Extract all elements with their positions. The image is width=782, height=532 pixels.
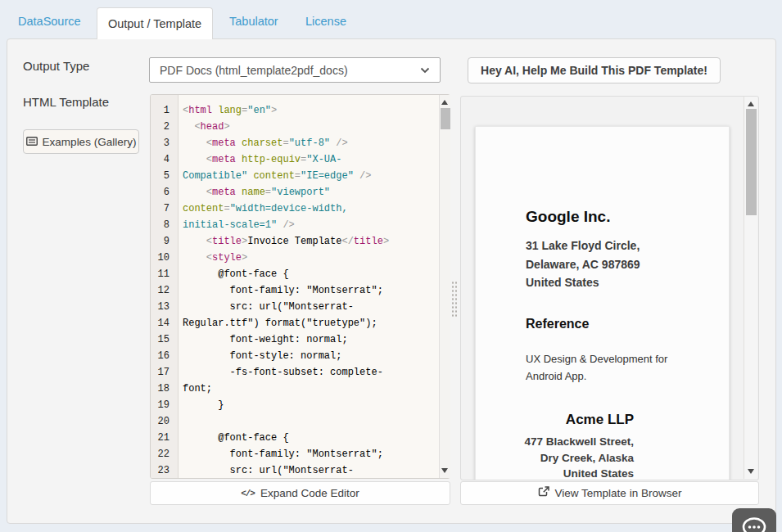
line-number: 6 xyxy=(151,184,178,201)
output-type-label: Output Type xyxy=(23,59,89,73)
code-line: src: url("Montserrat- xyxy=(183,299,436,315)
code-line: font-weight: normal; xyxy=(183,331,436,348)
examples-gallery-label: Examples (Gallery) xyxy=(43,136,137,148)
company-address-line: Delaware, AC 987869 xyxy=(526,255,640,274)
code-line: @font-face { xyxy=(183,266,436,282)
code-line: font-family: "Montserrat"; xyxy=(183,282,436,299)
preview-scrollbar-thumb[interactable] xyxy=(746,109,757,215)
code-line: <html lang="en"> xyxy=(183,102,436,119)
view-template-in-browser-button[interactable]: View Template in Browser xyxy=(460,481,759,505)
line-number: 2 xyxy=(151,119,178,135)
line-number: 18 xyxy=(151,381,178,397)
output-type-select[interactable]: PDF Docs (html_template2pdf_docs) xyxy=(149,57,441,83)
panel-resize-handle[interactable] xyxy=(451,281,458,318)
line-number: 23 xyxy=(151,462,178,479)
code-line: <style> xyxy=(183,250,436,266)
line-number: 10 xyxy=(151,250,178,266)
line-number: 14 xyxy=(151,315,178,331)
tab-license[interactable]: License xyxy=(305,15,346,28)
line-number: 13 xyxy=(151,299,178,315)
code-icon: </> xyxy=(241,489,255,498)
line-number: 5 xyxy=(151,168,178,184)
code-line: font-family: "Montserrat"; xyxy=(183,446,436,462)
line-number: 20 xyxy=(151,413,178,430)
company-address-line: United States xyxy=(526,273,640,292)
line-number: 12 xyxy=(151,282,178,299)
pdf-page: Google Inc. 31 Lake Floyd Circle, Delawa… xyxy=(475,126,730,480)
tab-output-template[interactable]: Output / Template xyxy=(97,7,213,39)
code-lines: <html lang="en"> <head> <meta charset="u… xyxy=(183,102,436,479)
expand-code-editor-label: Expand Code Editor xyxy=(260,487,359,499)
line-number-gutter: 1234567891011121314151617181920212223 xyxy=(151,95,179,478)
code-line: <meta name="viewport" xyxy=(183,184,436,201)
line-number: 15 xyxy=(151,331,178,348)
reference-heading: Reference xyxy=(526,317,589,331)
code-line: initial-scale=1" /> xyxy=(183,217,436,233)
line-number: 21 xyxy=(151,430,178,446)
line-number: 3 xyxy=(151,135,178,151)
code-line: Compatible" content="IE=edge" /> xyxy=(183,168,436,184)
editor-scrollbar xyxy=(439,95,450,478)
line-number: 22 xyxy=(151,446,178,462)
code-line: <meta http-equiv="X-UA- xyxy=(183,151,436,168)
client-address-line: United States xyxy=(524,466,634,480)
client-address-line: Dry Creek, Alaska xyxy=(524,450,634,467)
line-number: 4 xyxy=(151,151,178,168)
company-name: Google Inc. xyxy=(526,208,610,226)
preview-scrollbar xyxy=(744,97,757,479)
code-line: font; xyxy=(183,381,436,397)
code-line: <meta charset="utf-8" /> xyxy=(183,135,436,151)
code-line: font-style: normal; xyxy=(183,348,436,364)
external-link-icon xyxy=(538,486,549,500)
line-number: 9 xyxy=(151,233,178,250)
code-line: <head> xyxy=(183,119,436,135)
code-line: <title>Invoice Template</title> xyxy=(183,233,436,250)
line-number: 7 xyxy=(151,201,178,217)
client-block: Acme LLP 477 Blackwell Street, Dry Creek… xyxy=(524,412,634,480)
html-template-label: HTML Template xyxy=(23,95,109,109)
tab-tabulator[interactable]: Tabulator xyxy=(229,15,278,28)
output-type-selected-value: PDF Docs (html_template2pdf_docs) xyxy=(160,64,348,77)
company-address: 31 Lake Floyd Circle, Delaware, AC 98786… xyxy=(526,237,640,292)
examples-gallery-button[interactable]: Examples (Gallery) xyxy=(23,129,139,154)
line-number: 1 xyxy=(151,102,178,119)
gallery-icon xyxy=(26,136,38,148)
chat-launcher-button[interactable] xyxy=(732,508,776,532)
client-name: Acme LLP xyxy=(524,412,634,428)
view-template-label: View Template in Browser xyxy=(555,487,682,499)
company-address-line: 31 Lake Floyd Circle, xyxy=(526,237,640,255)
code-line: Regular.ttf") format("truetype"); xyxy=(183,315,436,331)
line-number: 16 xyxy=(151,348,178,364)
code-line: src: url("Montserrat- xyxy=(183,462,436,479)
reference-body-line: UX Design & Development for xyxy=(526,350,667,367)
code-line: } xyxy=(183,397,436,413)
pdf-template-preview: Google Inc. 31 Lake Floyd Circle, Delawa… xyxy=(460,96,759,480)
client-address: 477 Blackwell Street, Dry Creek, Alaska … xyxy=(524,434,634,480)
output-template-screen: DataSource Output / Template Tabulator L… xyxy=(0,0,782,532)
line-number: 19 xyxy=(151,397,178,413)
html-code-editor[interactable]: 1234567891011121314151617181920212223 <h… xyxy=(150,94,450,479)
line-number: 8 xyxy=(151,217,178,233)
ai-build-template-button[interactable]: Hey AI, Help Me Build This PDF Template! xyxy=(468,57,721,83)
client-address-line: 477 Blackwell Street, xyxy=(524,434,634,450)
scroll-down-arrow-icon[interactable] xyxy=(441,468,448,473)
line-number: 11 xyxy=(151,266,178,282)
line-number: 17 xyxy=(151,364,178,381)
code-line: content="width=device-width, xyxy=(183,201,436,217)
reference-body: UX Design & Development for Android App. xyxy=(526,350,667,385)
code-line: -fs-font-subset: complete- xyxy=(183,364,436,381)
reference-body-line: Android App. xyxy=(526,367,667,385)
editor-scrollbar-thumb[interactable] xyxy=(441,108,450,129)
scroll-up-arrow-icon[interactable] xyxy=(748,101,754,106)
scroll-up-arrow-icon[interactable] xyxy=(441,100,448,105)
expand-code-editor-button[interactable]: </> Expand Code Editor xyxy=(150,481,450,505)
tab-datasource[interactable]: DataSource xyxy=(18,15,81,28)
chevron-down-icon xyxy=(420,67,430,74)
code-line: @font-face { xyxy=(183,430,436,446)
scroll-down-arrow-icon[interactable] xyxy=(748,469,754,474)
code-line xyxy=(183,413,436,430)
